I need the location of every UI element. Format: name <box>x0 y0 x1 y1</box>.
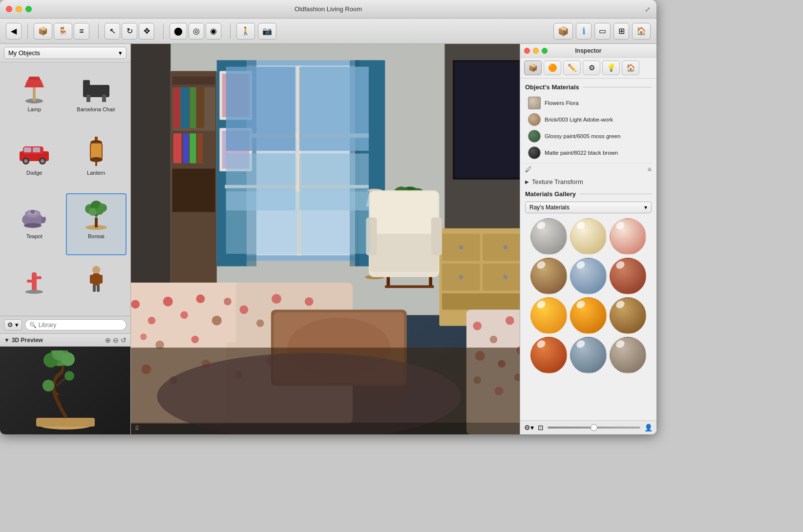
svg-point-119 <box>180 311 188 319</box>
home-button[interactable]: 🏠 <box>632 23 651 40</box>
sphere-beige-floral[interactable] <box>570 218 607 255</box>
svg-rect-108 <box>370 191 438 235</box>
bottom-gear-button[interactable]: ⚙▾ <box>524 424 534 431</box>
lantern-icon <box>77 135 116 169</box>
svg-rect-88 <box>483 264 520 291</box>
inspector-tab-settings[interactable]: ⚙ <box>583 61 600 75</box>
texture-transform-row[interactable]: ▶ Texture Transform <box>525 175 652 188</box>
preview-header[interactable]: ▼ 3D Preview ⊕ ⊖ ↺ <box>0 334 130 347</box>
sphere-blue-argyle[interactable] <box>570 258 607 294</box>
object-item-dodge[interactable]: Dodge <box>4 130 65 192</box>
sphere-rust-texture[interactable] <box>610 258 646 294</box>
sidebar-gear-button[interactable]: ⚙ ▾ <box>4 319 22 330</box>
sphere-orange2[interactable] <box>570 297 607 334</box>
object-button[interactable]: 🪑 <box>54 23 72 40</box>
object-item-extra2[interactable] <box>66 256 127 312</box>
main-toolbar: ◀ 📦 🪑 ≡ ↖ ↻ ✥ ⬤ ◎ ◉ 🚶 📷 📦 ℹ ▭ ⊞ 🏠 <box>0 19 656 44</box>
toolbar-sep-4 <box>230 23 231 39</box>
box-tool[interactable]: 📦 <box>553 23 573 40</box>
moss-label: Glossy paint/6005 moss green <box>545 133 620 140</box>
svg-point-20 <box>90 157 103 162</box>
inspector-panel: Inspector 📦 🟠 ✏️ ⚙ 💡 🏠 Object's Material… <box>520 44 656 434</box>
material-item-brick[interactable]: Brick/003 Light Adobe-work <box>525 111 652 128</box>
sphere-taupe[interactable] <box>610 337 646 373</box>
opacity-slider[interactable] <box>548 427 640 429</box>
inspector-close[interactable] <box>524 48 530 54</box>
camera-tool[interactable]: 📷 <box>258 23 276 40</box>
center-viewport: ⠿ <box>131 44 520 434</box>
drag-handle-icon[interactable]: ⠿ <box>135 425 139 432</box>
inspector-tab-lights[interactable]: 💡 <box>602 61 620 75</box>
tool-group: ↖ ↻ ✥ <box>105 23 154 40</box>
main-layout: My Objects ▾ Lamp <box>0 44 656 434</box>
render-btn1[interactable]: ⬤ <box>169 23 187 40</box>
object-item-lamp[interactable]: Lamp <box>4 66 65 129</box>
refresh-button[interactable]: ↺ <box>121 336 127 344</box>
select-tool[interactable]: ↖ <box>105 23 120 40</box>
inspector-tab-materials[interactable]: 🟠 <box>544 61 561 75</box>
object-item-bonsai[interactable]: Bonsai <box>66 193 127 256</box>
sphere-red-floral[interactable] <box>610 218 646 255</box>
bottom-frame-icon[interactable]: ⊡ <box>538 424 544 431</box>
back-button[interactable]: ◀ <box>6 23 21 40</box>
menu-icon[interactable]: ≡ <box>648 165 652 173</box>
object-item-teapot[interactable]: Teapot <box>4 193 65 256</box>
svg-rect-56 <box>172 77 215 85</box>
object-item-chair[interactable]: Barselona Chair <box>66 66 127 129</box>
search-input[interactable] <box>39 322 122 328</box>
rotate-tool[interactable]: ↻ <box>122 23 137 40</box>
svg-rect-16 <box>95 137 98 141</box>
texture-transform-label: Texture Transform <box>532 178 583 185</box>
sphere-gray-floral[interactable] <box>530 218 567 255</box>
sphere-blue-gray[interactable] <box>570 337 607 373</box>
list-button[interactable]: ≡ <box>74 23 89 40</box>
lamp-icon <box>15 71 54 105</box>
svg-point-13 <box>41 159 44 163</box>
sphere-tan-wood[interactable] <box>610 297 646 334</box>
inspector-title: Inspector <box>575 47 601 54</box>
toolbar-right-group: 📦 ℹ ▭ ⊞ 🏠 <box>553 23 651 40</box>
close-button[interactable] <box>6 6 12 12</box>
object-item-extra1[interactable] <box>4 256 65 312</box>
gallery-select[interactable]: Ray's Materials ▾ <box>525 202 652 213</box>
maximize-button[interactable] <box>25 6 32 12</box>
viewport-statusbar: ⠿ <box>131 423 520 434</box>
pencil-icon[interactable]: 🖊 <box>525 165 532 173</box>
inspector-maximize[interactable] <box>542 48 548 54</box>
svg-point-122 <box>212 316 222 326</box>
svg-rect-155 <box>226 67 296 151</box>
material-item-moss[interactable]: Glossy paint/6005 moss green <box>525 128 652 144</box>
sphere-orange1[interactable] <box>530 297 567 334</box>
rooms-button[interactable]: ⊞ <box>613 23 629 40</box>
library-button[interactable]: 📦 <box>34 23 52 40</box>
toolbar-sep-1 <box>27 23 28 39</box>
inspector-tab-house[interactable]: 🏠 <box>622 61 639 75</box>
walk-tool[interactable]: 🚶 <box>236 23 255 40</box>
minimize-button[interactable] <box>16 6 22 12</box>
zoom-out-button[interactable]: ⊖ <box>113 336 119 344</box>
sphere-brown-damask[interactable] <box>530 258 567 294</box>
sphere-orange-texture[interactable] <box>530 337 567 373</box>
inspector-tab-edit[interactable]: ✏️ <box>563 61 581 75</box>
objects-dropdown[interactable]: My Objects ▾ <box>4 47 127 59</box>
svg-point-118 <box>163 297 173 307</box>
zoom-in-button[interactable]: ⊕ <box>105 336 111 344</box>
svg-rect-43 <box>97 285 100 292</box>
flowers-flora-header[interactable]: Flowers Flora <box>525 95 652 111</box>
render-btn3[interactable]: ◉ <box>206 23 221 40</box>
svg-rect-42 <box>93 285 96 292</box>
render-btn2[interactable]: ◎ <box>189 23 204 40</box>
object-item-lantern[interactable]: Lantern <box>66 130 127 192</box>
panel-button[interactable]: ▭ <box>594 23 611 40</box>
inspector-tab-objects[interactable]: 📦 <box>524 61 542 75</box>
expand-icon[interactable]: ⤢ <box>645 5 651 13</box>
grab-tool[interactable]: ✥ <box>139 23 154 40</box>
inspector-minimize[interactable] <box>533 48 539 54</box>
chair-icon <box>77 71 116 105</box>
bonsai-preview-svg <box>17 350 114 431</box>
svg-rect-45 <box>36 418 95 427</box>
material-item-black[interactable]: Matte paint/8022 black brown <box>525 144 652 161</box>
info-button[interactable]: ℹ <box>576 23 592 40</box>
slider-thumb[interactable] <box>591 424 597 431</box>
bottom-person-icon[interactable]: 👤 <box>644 424 653 431</box>
